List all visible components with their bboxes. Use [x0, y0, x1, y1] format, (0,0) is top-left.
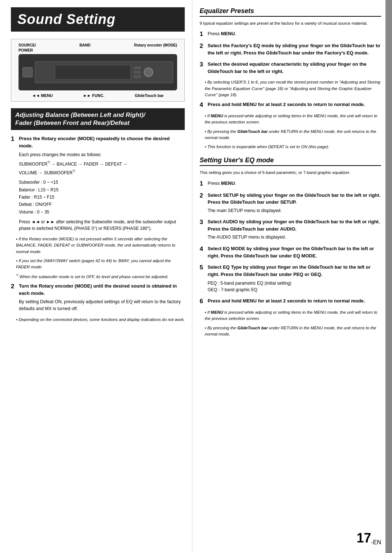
- ueq-step5-options: PEQ : 5-band parametric EQ (initial sett…: [208, 280, 381, 293]
- ueq-step6-num: 6: [200, 297, 208, 305]
- eq-step4-content: Press and hold MENU for at least 2 secon…: [208, 101, 381, 108]
- page-number: 17-EN: [356, 530, 381, 546]
- eq-step1-content: Press MENU.: [208, 30, 381, 37]
- ueq-step3-num: 3: [200, 218, 208, 226]
- device-labels-top: SOURCE/POWER BAND Rotary encoder (MODE): [15, 43, 181, 53]
- balance-step2: 2 Turn the Rotary encoder (MODE) until t…: [11, 282, 185, 312]
- eq-step3-content: Select the desired equalizer characteris…: [208, 61, 381, 75]
- label-func: ►► FUNC.: [83, 93, 104, 98]
- eq-bullet3: This function is inoperable when DEFEAT …: [205, 144, 381, 150]
- step2-number: 2: [11, 282, 19, 290]
- page-num-value: 17: [356, 530, 371, 545]
- label-glidetouch: GlideTouch bar: [135, 93, 164, 98]
- eq-bullet1: If MENU is pressed while adjusting or se…: [205, 113, 381, 126]
- ueq-step2-num: 2: [200, 192, 208, 199]
- right-column: Equalizer Presets 9 typical equalizer se…: [192, 0, 392, 553]
- page-title-block: Sound Setting: [11, 7, 185, 32]
- step1-sub-note: Press ◄◄ or ►► after selecting the Subwo…: [19, 219, 185, 232]
- ueq-step3: 3 Select AUDIO by sliding your finger on…: [200, 218, 381, 241]
- eq-step2-num: 2: [200, 42, 208, 50]
- ueq-step1-content: Press MENU.: [208, 180, 381, 187]
- peq-option: PEQ : 5-band parametric EQ (initial sett…: [208, 281, 291, 286]
- eq-step3-num: 3: [200, 61, 208, 68]
- ueq-bullet2: By pressing the GlideTouch bar under RET…: [205, 325, 381, 338]
- balance-bullet2: If you set the 2WAY/3WAY switch (pages 4…: [16, 258, 185, 271]
- modes-chain: SUBWOOFER*/ → BALANCE → FADER → DEFEAT →…: [19, 159, 185, 176]
- balance-bullet1: If the Rotary encoder (MODE) is not pres…: [16, 236, 185, 255]
- balance-step1: 1 Press the Rotary encoder (MODE) repeat…: [11, 135, 185, 232]
- users-eq-title: Setting User's EQ mode: [200, 156, 381, 164]
- geq-option: GEQ : 7-band graphic EQ: [208, 287, 257, 292]
- ueq-step4-num: 4: [200, 245, 208, 253]
- page-title: Sound Setting: [17, 12, 178, 27]
- eq-step3-bullet: By selecting USER'S 1 to 6, you can reca…: [205, 79, 381, 98]
- device-labels-bottom: ◄◄ MENU ►► FUNC. GlideTouch bar: [15, 93, 181, 98]
- balance-heading-text: Adjusting Balance (Between Left and Righ…: [15, 111, 180, 127]
- users-eq-heading: Setting User's EQ mode: [200, 156, 381, 166]
- ueq-step4: 4 Select EQ MODE by sliding your finger …: [200, 245, 381, 259]
- device-diagram: SOURCE/POWER BAND Rotary encoder (MODE): [11, 39, 185, 102]
- balance-step2-bullet: Depending on the connected devices, some…: [16, 317, 185, 323]
- eq-step3: 3 Select the desired equalizer character…: [200, 61, 381, 75]
- balance-footnote: */ When the subwoofer mode is set to OFF…: [16, 273, 185, 279]
- eq-step2: 2 Select the Factory's EQ mode by slidin…: [200, 42, 381, 56]
- label-band: BAND: [79, 43, 90, 53]
- users-eq-intro: This setting gives you a choice of 5-ban…: [200, 170, 381, 176]
- equalizer-presets-heading: Equalizer Presets: [200, 7, 381, 17]
- ueq-step4-content: Select EQ MODE by sliding your finger on…: [208, 245, 381, 259]
- ueq-step2: 2 Select SETUP by sliding your finger on…: [200, 192, 381, 214]
- label-source-power: SOURCE/POWER: [19, 43, 36, 53]
- ueq-step5-content: Select EQ Type by sliding your finger on…: [208, 264, 381, 293]
- eq-step4: 4 Press and hold MENU for at least 2 sec…: [200, 101, 381, 109]
- ueq-step6-content: Press and hold MENU for at least 2 secon…: [208, 297, 381, 305]
- step2-content: Turn the Rotary encoder (MODE) until the…: [19, 282, 185, 312]
- eq-step1: 1 Press MENU.: [200, 30, 381, 38]
- step1-content: Press the Rotary encoder (MODE) repeated…: [19, 135, 185, 232]
- balance-section-heading: Adjusting Balance (Between Left and Righ…: [11, 108, 185, 130]
- page-num-suffix: -EN: [371, 539, 381, 545]
- eq-step4-num: 4: [200, 101, 208, 109]
- ueq-step2-content: Select SETUP by sliding your finger on t…: [208, 192, 381, 214]
- page: Sound Setting SOURCE/POWER BAND Rotary e…: [0, 0, 392, 553]
- users-eq-section: Setting User's EQ mode This setting give…: [200, 156, 381, 337]
- ueq-step3-content: Select AUDIO by sliding your finger on t…: [208, 218, 381, 241]
- step1-note1: Each press changes the modes as follows:: [19, 151, 185, 158]
- left-column: Sound Setting SOURCE/POWER BAND Rotary e…: [0, 0, 192, 553]
- label-menu: ◄◄ MENU: [32, 93, 53, 98]
- label-rotary-encoder: Rotary encoder (MODE): [134, 43, 177, 53]
- device-body: [19, 54, 177, 90]
- ueq-step1: 1 Press MENU.: [200, 180, 381, 187]
- equalizer-intro: 9 typical equalizer settings are preset …: [200, 20, 381, 27]
- ueq-bullet1: If MENU is pressed while adjusting or se…: [205, 309, 381, 322]
- ueq-step3-sub: The AUDIO SETUP menu is displayed.: [208, 234, 381, 241]
- eq-step2-content: Select the Factory's EQ mode by sliding …: [208, 42, 381, 56]
- step2-body: By setting Defeat ON, previously adjuste…: [19, 298, 185, 312]
- eq-bullet2: By pressing the GlideTouch bar under RET…: [205, 129, 381, 141]
- ueq-step2-sub: The main SETUP menu is displayed.: [208, 207, 381, 214]
- eq-step1-num: 1: [200, 30, 208, 38]
- ueq-step5: 5 Select EQ Type by sliding your finger …: [200, 264, 381, 293]
- ueq-step1-num: 1: [200, 180, 208, 187]
- equalizer-presets-section: Equalizer Presets 9 typical equalizer se…: [200, 7, 381, 150]
- equalizer-presets-title: Equalizer Presets: [200, 7, 381, 15]
- sidebar-accent: [385, 0, 392, 553]
- modes-values: Subwoofer : 0 ~ +15 Balance : L15 ~ R15 …: [19, 179, 185, 216]
- step1-number: 1: [11, 135, 19, 143]
- ueq-step5-num: 5: [200, 264, 208, 271]
- ueq-step6: 6 Press and hold MENU for at least 2 sec…: [200, 297, 381, 305]
